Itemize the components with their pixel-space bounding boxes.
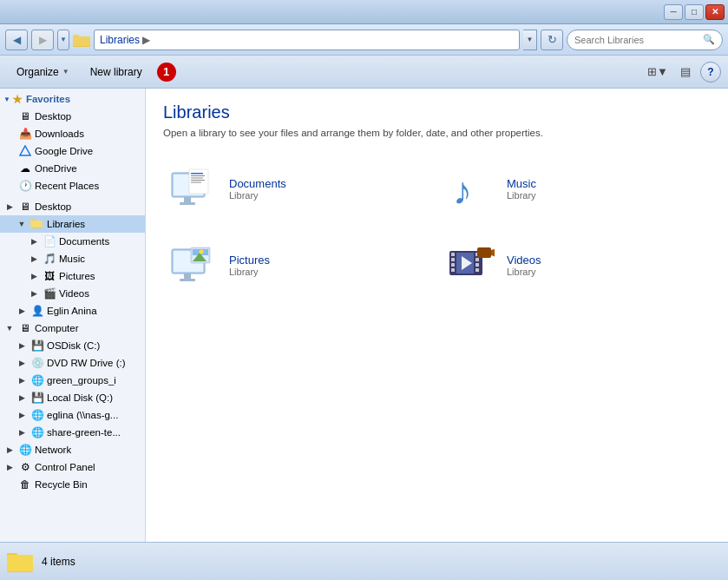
lib-pictures-toggle: ▶ [28,270,40,282]
title-bar-buttons: ─ □ ✕ [664,4,725,20]
pictures-lib-icon [167,239,219,291]
network-label: Network [35,445,71,455]
view-options-button[interactable]: ⊞▼ [645,60,671,84]
sidebar-item-recyclebin[interactable]: 🗑 Recycle Bin [0,476,145,493]
sidebar-item-user[interactable]: ▶ 👤 Eglin Anina [0,302,145,320]
sidebar-item-osdisk[interactable]: ▶ 💾 OSDisk (C:) [0,337,145,354]
organize-label: Organize [16,66,59,78]
sidebar-item-computer[interactable]: ▼ 🖥 Computer [0,320,145,337]
library-item-documents[interactable]: Documents Library [163,159,406,218]
sidebar-item-eglina[interactable]: ▶ 🌐 eglina (\\nas-g... [0,406,145,424]
path-separator: ▶ [142,34,150,46]
desktop-label: Desktop [35,201,71,212]
sidebar-item-network[interactable]: ▶ 🌐 Network [0,441,145,458]
svg-marker-40 [491,248,495,257]
lib-music-icon: 🎵 [43,252,56,266]
sidebar-item-libraries[interactable]: ▼ Libraries [0,215,145,233]
library-item-pictures[interactable]: Pictures Library [163,235,406,294]
svg-rect-17 [191,182,201,183]
sidebar-item-onedrive[interactable]: ☁ OneDrive [0,160,145,177]
sidebar-item-desktop-fav[interactable]: 🖥 Desktop [0,108,145,125]
search-box[interactable]: 🔍 [567,30,723,50]
recentplaces-label: Recent Places [35,181,99,191]
help-button[interactable]: ? [700,62,721,82]
toolbar: Organize ▼ New library 1 ⊞▼ ▤ ? [0,56,728,89]
user-icon: 👤 [30,304,44,318]
sidebar-item-lib-music[interactable]: ▶ 🎵 Music [0,250,145,267]
network-icon: 🌐 [18,443,32,457]
desktop-toggle: ▶ [3,201,16,213]
googledrive-label: Google Drive [35,146,93,156]
svg-rect-16 [191,180,205,181]
minimize-button[interactable]: ─ [664,4,683,20]
documents-lib-info: Documents Library [229,177,286,201]
share-icon: 🌐 [30,425,44,439]
lib-pictures-icon: 🖼 [43,269,56,283]
svg-rect-32 [451,268,455,272]
badge-number: 1 [157,63,176,82]
sidebar-item-localdisk[interactable]: ▶ 💾 Local Disk (Q:) [0,389,145,406]
preview-pane-button[interactable]: ▤ [672,60,698,84]
onedrive-icon: ☁ [18,161,32,175]
eglina-label: eglina (\\nas-g... [47,410,118,420]
svg-rect-30 [451,258,455,261]
sidebar-item-lib-videos[interactable]: ▶ 🎬 Videos [0,285,145,302]
sidebar-item-controlpanel[interactable]: ▶ ⚙ Control Panel [0,458,145,476]
library-item-music[interactable]: ♪ Music Library [441,159,684,218]
sidebar-item-desktop[interactable]: ▶ 🖥 Desktop [0,198,145,215]
status-bar: 4 items [0,542,728,580]
music-lib-type: Library [507,190,536,201]
library-item-videos[interactable]: Videos Library [441,235,684,294]
sidebar-item-googledrive[interactable]: Google Drive [0,142,145,160]
page-title: Libraries [163,102,711,122]
controlpanel-icon: ⚙ [18,460,32,474]
new-library-button[interactable]: New library [81,60,152,84]
svg-marker-4 [20,146,30,155]
forward-button[interactable]: ▶ [31,30,54,50]
sidebar: ▼ ★ Favorites 🖥 Desktop 📥 Downloads Goog… [0,89,146,542]
pictures-lib-name: Pictures [229,254,270,267]
content-pane: Libraries Open a library to see your fil… [146,89,728,542]
osdisk-toggle: ▶ [16,339,28,352]
dvd-icon: 💿 [30,356,44,370]
videos-lib-icon [444,239,496,291]
sidebar-item-lib-documents[interactable]: ▶ 📄 Documents [0,233,145,250]
sidebar-item-lib-pictures[interactable]: ▶ 🖼 Pictures [0,267,145,285]
downloads-icon: 📥 [18,127,32,141]
svg-rect-15 [191,178,203,179]
computer-label: Computer [35,323,79,333]
close-button[interactable]: ✕ [705,4,725,20]
organize-button[interactable]: Organize ▼ [7,60,79,84]
music-lib-info: Music Library [507,177,536,201]
sidebar-item-dvd[interactable]: ▶ 💿 DVD RW Drive (:) [0,354,145,372]
greengroups-icon: 🌐 [30,373,44,387]
dvd-toggle: ▶ [16,357,28,369]
nav-dropdown[interactable]: ▼ [57,30,69,50]
search-input[interactable] [574,35,699,45]
svg-text:♪: ♪ [453,169,472,212]
path-libraries: Libraries [100,34,140,46]
favorites-section[interactable]: ▼ ★ Favorites [0,89,145,108]
favorites-star-icon: ★ [12,93,23,106]
sidebar-item-greengroups[interactable]: ▶ 🌐 green_groups_i [0,372,145,389]
svg-rect-14 [191,175,205,176]
videos-lib-name: Videos [507,254,541,267]
refresh-button[interactable]: ↻ [541,30,563,50]
lib-documents-label: Documents [59,236,109,247]
sidebar-item-recentplaces[interactable]: 🕐 Recent Places [0,177,145,194]
osdisk-label: OSDisk (C:) [47,340,100,351]
recentplaces-icon: 🕐 [18,179,32,193]
sidebar-item-share[interactable]: ▶ 🌐 share-green-te... [0,424,145,441]
share-toggle: ▶ [16,426,28,438]
pictures-lib-type: Library [229,267,270,277]
maximize-button[interactable]: □ [685,4,704,20]
new-library-label: New library [90,66,142,78]
share-label: share-green-te... [47,427,121,438]
address-path[interactable]: Libraries ▶ [94,30,520,50]
desktop-fav-icon: 🖥 [18,109,32,123]
svg-rect-7 [30,221,43,227]
address-dropdown[interactable]: ▼ [523,30,537,50]
back-button[interactable]: ◀ [5,30,28,50]
desktop-fav-label: Desktop [35,111,71,122]
sidebar-item-downloads[interactable]: 📥 Downloads [0,125,145,142]
